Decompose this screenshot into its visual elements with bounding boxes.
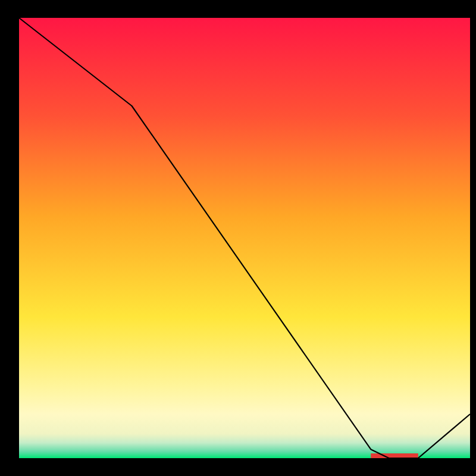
chart-stage: TheBottleneck.com [0,0,476,476]
plot-background [19,18,470,458]
chart-svg [0,0,476,476]
valley-marker [371,453,418,458]
